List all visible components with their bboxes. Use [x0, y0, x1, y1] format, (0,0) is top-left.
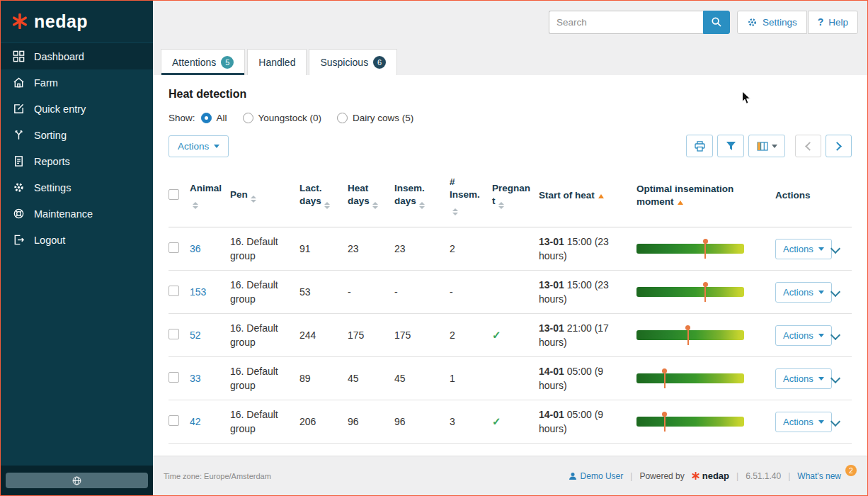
- row-actions-button[interactable]: Actions: [775, 412, 832, 432]
- nedap-logo[interactable]: nedap: [1, 1, 153, 42]
- gear-icon: [747, 17, 758, 28]
- num-insem-cell: 2: [450, 243, 492, 254]
- num-insem-cell: 2: [450, 329, 492, 341]
- expand-row-chevron-icon[interactable]: [830, 287, 840, 297]
- pen-cell: 16. Default group: [230, 364, 299, 393]
- sidebar-item-reports[interactable]: Reports: [1, 148, 153, 174]
- sidebar-item-label: Farm: [34, 77, 58, 89]
- pagination: [795, 135, 852, 157]
- animal-link[interactable]: 52: [190, 329, 201, 341]
- column-header-lact-days[interactable]: Lact. days: [299, 182, 348, 209]
- footer: Time zone: Europe/Amsterdam Demo User | …: [153, 456, 867, 495]
- sidebar-item-quick-entry[interactable]: Quick entry: [1, 96, 153, 122]
- print-button[interactable]: [686, 135, 713, 157]
- column-header-start-of-heat[interactable]: Start of heat: [539, 189, 636, 202]
- row-checkbox[interactable]: [169, 329, 179, 339]
- select-all-checkbox[interactable]: [169, 189, 179, 200]
- sidebar-item-dashboard[interactable]: Dashboard: [1, 43, 153, 69]
- start-of-heat-cell: 13-01 15:00 (23 hours): [539, 235, 636, 264]
- radio-label: Dairy cows (5): [353, 113, 413, 123]
- insem-days-cell: 45: [394, 373, 450, 384]
- animal-link[interactable]: 42: [190, 416, 201, 427]
- sidebar-item-farm[interactable]: Farm: [1, 69, 153, 96]
- column-header-animal[interactable]: Animal: [190, 182, 230, 209]
- row-checkbox[interactable]: [169, 372, 179, 383]
- optimal-insemination-cell: [636, 287, 775, 297]
- radio-icon: [243, 113, 253, 123]
- bulk-actions-label: Actions: [178, 141, 209, 152]
- column-header-heat-days[interactable]: Heat days: [348, 182, 394, 209]
- tab-suspicious[interactable]: Suspicious 6: [309, 49, 397, 75]
- previous-page-button[interactable]: [795, 135, 821, 157]
- page-title: Heat detection: [169, 88, 852, 101]
- sidebar-item-logout[interactable]: Logout: [1, 227, 153, 253]
- column-header-pen[interactable]: Pen: [230, 188, 299, 203]
- row-actions-button[interactable]: Actions: [775, 368, 832, 389]
- help-button[interactable]: ? Help: [808, 11, 858, 34]
- expand-row-chevron-icon[interactable]: [830, 373, 840, 383]
- caret-down-icon: [818, 420, 824, 424]
- bulk-actions-button[interactable]: Actions: [169, 135, 229, 157]
- column-header-pregnant[interactable]: Pregnant: [492, 182, 539, 209]
- row-checkbox[interactable]: [169, 415, 179, 426]
- sort-ascending-icon: [678, 201, 683, 205]
- caret-down-icon: [818, 377, 824, 381]
- tab-handled[interactable]: Handled: [247, 49, 307, 75]
- sidebar-item-maintenance[interactable]: Maintenance: [1, 201, 153, 227]
- toolbar-right-tools: [682, 135, 852, 157]
- footer-nedap-logo: nedap: [692, 470, 729, 481]
- column-header-optimal-insemination[interactable]: Optimal insemination moment: [636, 183, 775, 208]
- header-button-group: Settings ? Help: [737, 11, 858, 34]
- column-header-insem-days[interactable]: Insem. days: [394, 182, 450, 209]
- next-page-button[interactable]: [826, 135, 852, 157]
- pregnant-check-cell: ✓: [492, 415, 539, 428]
- pen-cell: 16. Default group: [230, 407, 299, 436]
- column-header-num-insem[interactable]: # Insem.: [450, 176, 492, 215]
- expand-row-chevron-icon[interactable]: [830, 330, 840, 340]
- column-chooser-button[interactable]: [748, 135, 785, 157]
- search-group: [549, 11, 730, 34]
- sorting-icon: [13, 129, 25, 141]
- animal-link[interactable]: 153: [190, 286, 206, 298]
- insemination-moment-marker: [687, 327, 689, 345]
- row-checkbox[interactable]: [169, 286, 179, 296]
- pen-cell: 16. Default group: [230, 321, 299, 350]
- printer-icon: [694, 140, 706, 152]
- filter-button[interactable]: [717, 135, 744, 157]
- tab-attentions[interactable]: Attentions 5: [161, 49, 245, 75]
- header-checkbox-cell: [169, 189, 190, 202]
- radio-youngstock[interactable]: Youngstock (0): [243, 113, 322, 123]
- search-input[interactable]: [549, 11, 703, 34]
- heat-days-cell: 96: [348, 416, 394, 427]
- expand-row-chevron-icon[interactable]: [830, 244, 840, 254]
- language-button[interactable]: [6, 473, 148, 488]
- row-actions-button[interactable]: Actions: [775, 282, 832, 303]
- sidebar-item-settings[interactable]: Settings: [1, 174, 153, 201]
- insem-days-cell: -: [394, 286, 450, 298]
- sidebar-item-label: Settings: [34, 182, 71, 193]
- search-button[interactable]: [703, 11, 730, 34]
- row-checkbox[interactable]: [169, 242, 179, 253]
- funnel-icon: [726, 141, 736, 151]
- insemination-moment-marker: [704, 240, 706, 259]
- animal-link[interactable]: 33: [190, 373, 201, 384]
- sidebar-item-label: Maintenance: [34, 208, 93, 220]
- separator: |: [788, 471, 790, 481]
- settings-button[interactable]: Settings: [737, 11, 807, 34]
- user-link[interactable]: Demo User: [569, 471, 624, 481]
- table-row: 36 16. Default group 91 23 23 2 13-01 15…: [169, 227, 852, 271]
- separator: |: [630, 471, 632, 481]
- optimal-insemination-cell: [636, 373, 775, 383]
- sidebar-item-sorting[interactable]: Sorting: [1, 122, 153, 148]
- expand-row-chevron-icon[interactable]: [830, 417, 840, 427]
- animal-link[interactable]: 36: [190, 243, 201, 254]
- insemination-gradient-bar: [636, 287, 744, 297]
- radio-all[interactable]: All: [201, 113, 227, 123]
- optimal-insemination-cell: [636, 244, 775, 254]
- lact-days-cell: 244: [299, 329, 348, 341]
- row-actions-button[interactable]: Actions: [775, 239, 832, 259]
- whats-new-link[interactable]: What's new: [797, 471, 841, 481]
- row-actions-button[interactable]: Actions: [775, 325, 832, 346]
- radio-dairy-cows[interactable]: Dairy cows (5): [337, 113, 413, 123]
- pen-cell: 16. Default group: [230, 278, 299, 307]
